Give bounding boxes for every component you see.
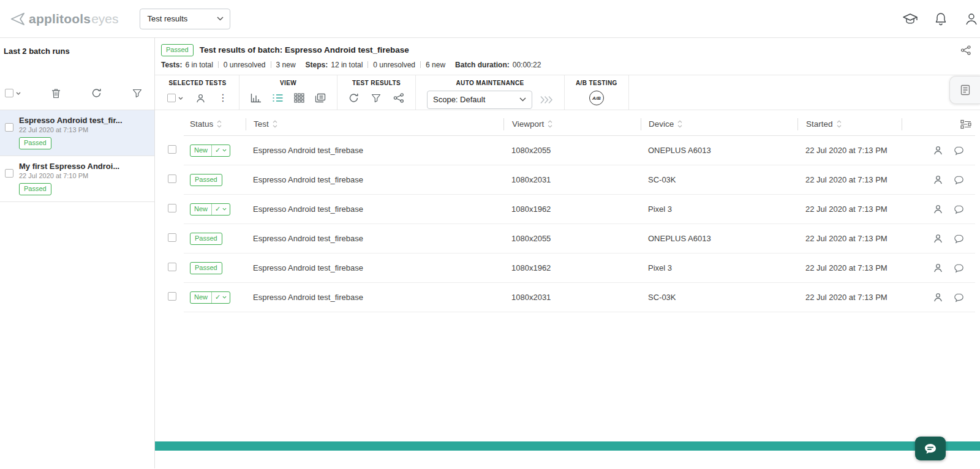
comment-bubble-icon[interactable] (954, 234, 964, 244)
list-view-icon[interactable] (272, 93, 284, 103)
row-checkbox[interactable] (168, 233, 176, 242)
assignee-person-icon[interactable] (933, 233, 943, 244)
logo: applitools eyes (9, 12, 119, 26)
select-all-tests-checkbox[interactable] (167, 94, 183, 102)
refresh-results-icon[interactable] (349, 93, 359, 103)
group-results-icon[interactable] (393, 93, 404, 103)
learn-icon[interactable] (902, 10, 919, 28)
scope-select[interactable]: Scope: Default (427, 91, 532, 109)
grid-view-icon[interactable] (294, 93, 304, 103)
chevron-down-icon (519, 97, 526, 102)
delete-batch-icon[interactable] (51, 88, 61, 99)
batch-header: Passed Test results of batch: Espresso A… (155, 38, 980, 56)
table-header: Status Test Viewport Device Started (155, 113, 980, 136)
comment-bubble-icon[interactable] (954, 204, 964, 214)
chevron-down-icon (217, 17, 224, 21)
batch-checkbox[interactable] (5, 169, 13, 178)
batch-date: 22 Jul 2020 at 7:13 PM (19, 126, 149, 133)
batch-name: My first Espresso Androi... (19, 162, 149, 171)
status-badge-passed: Passed (190, 174, 222, 186)
assignee-person-icon[interactable] (933, 263, 943, 273)
column-header-test[interactable]: Test (246, 118, 503, 130)
tests-total: 6 in total (185, 61, 213, 69)
batch-status-badge: Passed (19, 183, 51, 195)
batch-sidebar: Last 2 batch runs Espr (0, 38, 155, 468)
assignee-person-icon[interactable] (933, 292, 943, 302)
view-select-value: Test results (148, 14, 188, 23)
batch-flow-icon[interactable] (960, 45, 971, 55)
applitools-mark-icon (9, 12, 26, 26)
test-name: Espresso Android test_firebase (246, 204, 503, 214)
chevron-down-icon (222, 149, 227, 152)
refresh-batches-icon[interactable] (91, 88, 102, 98)
checkbox[interactable] (5, 89, 13, 97)
steps-unresolved: 0 unresolved (373, 61, 415, 69)
assignee-person-icon[interactable] (933, 204, 943, 214)
test-name: Espresso Android test_firebase (246, 146, 503, 155)
manage-columns-icon[interactable] (960, 119, 971, 129)
report-icon (960, 84, 971, 96)
comment-bubble-icon[interactable] (954, 293, 964, 302)
filter-batches-icon[interactable] (132, 89, 142, 98)
comment-bubble-icon[interactable] (954, 263, 964, 273)
column-header-viewport[interactable]: Viewport (503, 118, 641, 130)
apply-maintenance-chevrons-icon[interactable] (540, 96, 553, 104)
results-table-body: New ✓ Espresso Android test_firebase 108… (155, 136, 980, 312)
top-right-icons (902, 10, 980, 28)
select-all-batches-checkbox[interactable] (5, 89, 21, 97)
view-select[interactable]: Test results (140, 9, 230, 29)
status-badge-new[interactable]: New ✓ (190, 291, 230, 304)
batch-checkbox[interactable] (5, 123, 13, 132)
status-badge-new[interactable]: New ✓ (190, 203, 230, 216)
device-value: ONEPLUS A6013 (641, 146, 797, 155)
batch-date: 22 Jul 2020 at 7:10 PM (19, 172, 149, 179)
device-value: Pixel 3 (641, 204, 797, 214)
row-checkbox[interactable] (168, 292, 176, 301)
column-header-device[interactable]: Device (641, 118, 797, 130)
started-value: 22 Jul 2020 at 7:13 PM (797, 175, 902, 184)
status-badge-new[interactable]: New ✓ (190, 144, 230, 157)
sidebar-toolbar (0, 84, 154, 102)
side-panel-tab[interactable] (949, 76, 980, 104)
test-results-group: TEST RESULTS (337, 75, 416, 110)
table-row[interactable]: Passed Espresso Android test_firebase 10… (155, 224, 980, 253)
assignee-person-icon[interactable] (933, 145, 943, 156)
row-checkbox[interactable] (168, 174, 176, 183)
divider (420, 61, 421, 68)
column-header-status[interactable]: Status (184, 119, 246, 129)
device-value: SC-03K (641, 293, 797, 302)
comment-bubble-icon[interactable] (954, 146, 964, 156)
assignee-person-icon[interactable] (933, 174, 943, 185)
table-row[interactable]: New ✓ Espresso Android test_firebase 108… (155, 136, 980, 165)
test-name: Espresso Android test_firebase (246, 293, 503, 302)
duplicates-view-icon[interactable] (315, 93, 326, 103)
more-actions-kebab-icon[interactable]: ⋮ (218, 93, 228, 103)
row-checkbox[interactable] (168, 204, 176, 212)
table-row[interactable]: Passed Espresso Android test_firebase 10… (155, 253, 980, 283)
batch-list-item[interactable]: My first Espresso Androi... 22 Jul 2020 … (0, 156, 154, 202)
table-row[interactable]: New ✓ Espresso Android test_firebase 108… (155, 283, 980, 312)
status-badge-passed: Passed (190, 262, 222, 274)
row-checkbox[interactable] (168, 145, 176, 154)
filter-results-icon[interactable] (371, 94, 381, 103)
device-value: Pixel 3 (641, 263, 797, 272)
viewport-value: 1080x1962 (503, 263, 641, 272)
account-person-icon[interactable] (963, 10, 980, 28)
divider (368, 61, 368, 68)
notifications-bell-icon[interactable] (932, 10, 949, 28)
row-checkbox[interactable] (168, 263, 176, 271)
column-header-started[interactable]: Started (797, 118, 902, 130)
assign-person-icon[interactable] (195, 93, 206, 103)
chat-widget-button[interactable] (915, 437, 946, 460)
comment-bubble-icon[interactable] (954, 175, 964, 185)
ab-testing-icon[interactable]: A/B (589, 91, 604, 105)
table-row[interactable]: New ✓ Espresso Android test_firebase 108… (155, 195, 980, 224)
table-row[interactable]: Passed Espresso Android test_firebase 10… (155, 165, 980, 195)
viewport-value: 1080x1962 (503, 204, 641, 214)
viewport-value: 1080x2031 (503, 293, 641, 302)
sort-icon (837, 120, 842, 128)
batch-list-item[interactable]: Espresso Android test_fir... 22 Jul 2020… (0, 110, 154, 156)
batch-duration-label: Batch duration: (455, 61, 510, 69)
summary-view-icon[interactable] (251, 93, 262, 103)
checkbox[interactable] (167, 94, 176, 102)
